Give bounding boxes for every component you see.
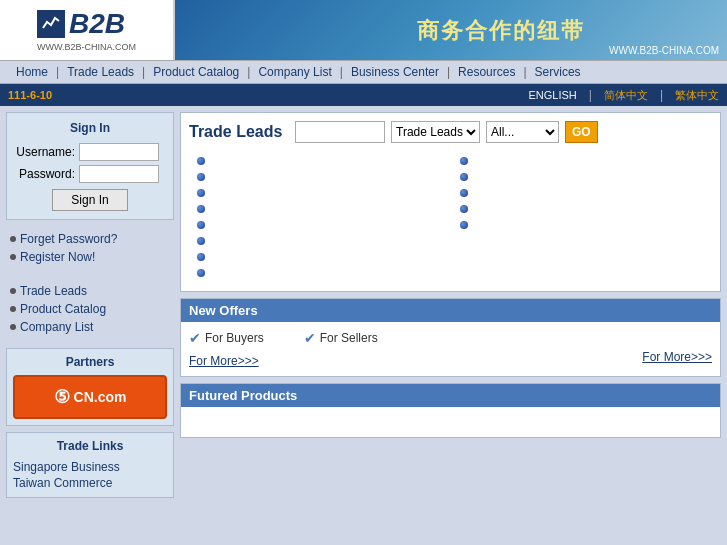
bullet-dot-icon bbox=[197, 173, 205, 181]
trade-links-box: Trade Links Singapore Business Taiwan Co… bbox=[6, 432, 174, 498]
bullet-icon bbox=[10, 288, 16, 294]
banner-cn-text: 商务合作的纽带 bbox=[417, 16, 585, 46]
forget-password-link[interactable]: Forget Password? bbox=[6, 230, 174, 248]
logo-area: B2B WWW.B2B-CHINA.COM bbox=[0, 0, 175, 60]
register-link[interactable]: Register Now! bbox=[6, 248, 174, 266]
for-sellers-item: ✔ For Sellers bbox=[304, 330, 378, 346]
signin-box: Sign In Username: Password: Sign In bbox=[6, 112, 174, 220]
new-offers-row: ✔ For Buyers ✔ For Sellers bbox=[189, 330, 712, 346]
sidebar-top-links: Forget Password? Register Now! bbox=[6, 226, 174, 270]
sidebar-product-catalog[interactable]: Product Catalog bbox=[6, 300, 174, 318]
for-more-buyers-link[interactable]: For More>>> bbox=[189, 354, 259, 368]
list-item bbox=[460, 219, 705, 231]
bullet-icon bbox=[10, 324, 16, 330]
trade-leads-type-select[interactable]: Trade Leads Products Companies bbox=[391, 121, 480, 143]
nav-product-catalog[interactable]: Product Catalog bbox=[145, 65, 247, 79]
sidebar: Sign In Username: Password: Sign In Forg… bbox=[6, 112, 174, 498]
trade-leads-header: Trade Leads Trade Leads Products Compani… bbox=[189, 121, 712, 143]
bullet-icon bbox=[10, 254, 16, 260]
logo-icon bbox=[37, 10, 65, 38]
main-content: Trade Leads Trade Leads Products Compani… bbox=[180, 112, 721, 498]
list-item bbox=[460, 187, 705, 199]
futured-header: Futured Products bbox=[181, 384, 720, 407]
nav-trade-leads[interactable]: Trade Leads bbox=[59, 65, 142, 79]
trade-leads-col-1 bbox=[189, 151, 450, 283]
sidebar-trade-leads[interactable]: Trade Leads bbox=[6, 282, 174, 300]
header-banner: 商务合作的纽带 WWW.B2B-CHINA.COM bbox=[175, 0, 727, 60]
list-item bbox=[197, 267, 442, 279]
partners-title: Partners bbox=[13, 355, 167, 369]
bullet-dot-icon bbox=[197, 205, 205, 213]
phone-number: 111-6-10 bbox=[8, 89, 528, 101]
signin-button[interactable]: Sign In bbox=[52, 189, 127, 211]
list-item bbox=[197, 219, 442, 231]
trade-leads-search[interactable] bbox=[295, 121, 385, 143]
list-item bbox=[460, 203, 705, 215]
signin-title: Sign In bbox=[15, 121, 165, 135]
bullet-dot-icon bbox=[460, 157, 468, 165]
nav-company-list[interactable]: Company List bbox=[250, 65, 339, 79]
bullet-dot-icon bbox=[197, 237, 205, 245]
new-offers-header: New Offers bbox=[181, 299, 720, 322]
nav-home[interactable]: Home bbox=[8, 65, 56, 79]
trade-leads-region-select[interactable]: All... Asia Europe Americas bbox=[486, 121, 559, 143]
bullet-dot-icon bbox=[460, 205, 468, 213]
password-label: Password: bbox=[15, 167, 75, 181]
trade-leads-section: Trade Leads Trade Leads Products Compani… bbox=[180, 112, 721, 292]
for-buyers-item: ✔ For Buyers bbox=[189, 330, 264, 346]
bullet-dot-icon bbox=[197, 269, 205, 277]
trade-leads-title: Trade Leads bbox=[189, 123, 289, 141]
list-item bbox=[197, 187, 442, 199]
navbar: Home | Trade Leads | Product Catalog | C… bbox=[0, 60, 727, 84]
password-row: Password: bbox=[15, 165, 165, 183]
cn-logo-text: CN.com bbox=[74, 389, 127, 405]
list-item bbox=[197, 251, 442, 263]
list-item bbox=[197, 235, 442, 247]
logo-url: WWW.B2B-CHINA.COM bbox=[37, 42, 136, 52]
nav-services[interactable]: Services bbox=[527, 65, 589, 79]
bullet-dot-icon bbox=[197, 221, 205, 229]
cn-icon: ⑤ bbox=[54, 386, 70, 408]
username-label: Username: bbox=[15, 145, 75, 159]
banner-url: WWW.B2B-CHINA.COM bbox=[609, 45, 719, 56]
trade-leads-body bbox=[189, 151, 712, 283]
new-offers-body: ✔ For Buyers ✔ For Sellers For More>>> F… bbox=[181, 322, 720, 376]
lang-traditional[interactable]: 繁体中文 bbox=[675, 88, 719, 103]
tradelinks-title: Trade Links bbox=[13, 439, 167, 453]
username-row: Username: bbox=[15, 143, 165, 161]
futured-body bbox=[181, 407, 720, 437]
nav-business-center[interactable]: Business Center bbox=[343, 65, 447, 79]
nav-resources[interactable]: Resources bbox=[450, 65, 523, 79]
check-icon: ✔ bbox=[304, 330, 316, 346]
partners-box: Partners ⑤ CN.com bbox=[6, 348, 174, 426]
go-button[interactable]: GO bbox=[565, 121, 598, 143]
password-input[interactable] bbox=[79, 165, 159, 183]
lang-english[interactable]: ENGLISH bbox=[528, 89, 576, 101]
tradelink-singapore[interactable]: Singapore Business bbox=[13, 459, 167, 475]
username-input[interactable] bbox=[79, 143, 159, 161]
for-sellers-label: For Sellers bbox=[320, 331, 378, 345]
tradelink-taiwan[interactable]: Taiwan Commerce bbox=[13, 475, 167, 491]
list-item bbox=[197, 203, 442, 215]
bullet-dot-icon bbox=[197, 157, 205, 165]
check-icon: ✔ bbox=[189, 330, 201, 346]
for-more-sellers-link[interactable]: For More>>> bbox=[642, 350, 712, 368]
cn-partner-logo[interactable]: ⑤ CN.com bbox=[13, 375, 167, 419]
bullet-dot-icon bbox=[460, 189, 468, 197]
for-buyers-label: For Buyers bbox=[205, 331, 264, 345]
sidebar-company-list[interactable]: Company List bbox=[6, 318, 174, 336]
bullet-dot-icon bbox=[197, 189, 205, 197]
futured-section: Futured Products bbox=[180, 383, 721, 438]
list-item bbox=[197, 171, 442, 183]
language-links: ENGLISH | 简体中文 | 繁体中文 bbox=[528, 88, 719, 103]
bullet-icon bbox=[10, 236, 16, 242]
bullet-icon bbox=[10, 306, 16, 312]
list-item bbox=[460, 155, 705, 167]
lang-simplified[interactable]: 简体中文 bbox=[604, 88, 648, 103]
bullet-dot-icon bbox=[460, 173, 468, 181]
bullet-dot-icon bbox=[197, 253, 205, 261]
sidebar-nav-links: Trade Leads Product Catalog Company List bbox=[6, 278, 174, 340]
new-offers-section: New Offers ✔ For Buyers ✔ For Sellers Fo… bbox=[180, 298, 721, 377]
bullet-dot-icon bbox=[460, 221, 468, 229]
trade-leads-col-2 bbox=[452, 151, 713, 283]
